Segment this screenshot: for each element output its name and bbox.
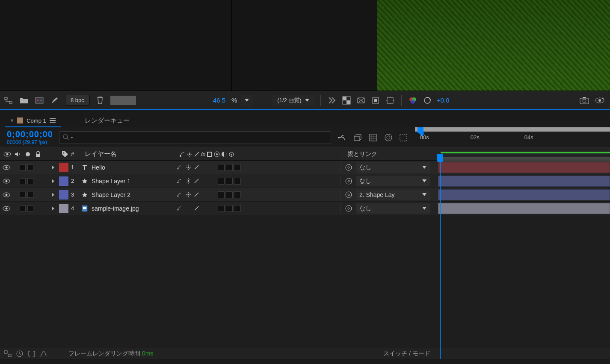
tab-comp-1[interactable]: × Comp 1 — [5, 114, 61, 127]
brackets-icon[interactable] — [27, 349, 36, 358]
layer-timeline-bar[interactable] — [430, 188, 610, 202]
layer-name[interactable]: Shape Layer 1 — [81, 178, 173, 185]
twirl-arrow[interactable] — [47, 179, 59, 183]
eye-column-icon[interactable] — [3, 150, 11, 158]
svg-rect-0 — [5, 97, 7, 100]
pickwhip-icon[interactable] — [345, 191, 352, 199]
region-icon[interactable] — [370, 95, 381, 106]
svg-point-31 — [63, 152, 65, 153]
close-tab-icon[interactable]: × — [10, 117, 14, 124]
pickwhip-icon[interactable] — [345, 164, 352, 171]
fast-preview-icon[interactable] — [327, 95, 337, 106]
solo-box[interactable] — [20, 178, 26, 184]
ruler-tick: 00s — [420, 134, 429, 141]
svg-rect-1 — [9, 101, 12, 103]
lock-box[interactable] — [27, 164, 33, 170]
solo-box[interactable] — [20, 164, 26, 170]
parent-dropdown[interactable]: 2. Shape Lay — [356, 190, 430, 200]
parent-dropdown[interactable]: なし — [356, 203, 430, 214]
svg-point-32 — [180, 155, 181, 157]
mask-icon[interactable] — [356, 95, 366, 106]
comp-mini-flowchart-icon[interactable] — [337, 132, 347, 143]
solo-box[interactable] — [20, 192, 26, 198]
svg-point-58 — [6, 207, 8, 209]
layer-name[interactable]: Hello — [81, 164, 173, 171]
toggle-switches-icon[interactable] — [3, 349, 12, 358]
graph-editor-icon[interactable] — [39, 349, 48, 358]
solo-column-icon[interactable] — [24, 150, 32, 158]
layer-row[interactable]: 4sample-image.jpgなし — [0, 202, 610, 215]
layer-timeline-bar[interactable] — [430, 202, 610, 215]
visibility-toggle[interactable] — [3, 205, 10, 212]
svg-rect-10 — [387, 97, 393, 103]
parent-dropdown[interactable]: なし — [356, 162, 430, 173]
lock-column-icon[interactable] — [34, 150, 42, 158]
current-time-indicator[interactable] — [418, 127, 423, 133]
layer-label-color[interactable] — [59, 204, 68, 213]
lock-box[interactable] — [27, 205, 33, 211]
brush-icon[interactable] — [50, 95, 60, 106]
layer-switches[interactable] — [173, 164, 340, 171]
bit-depth-button[interactable]: 8 bpc — [65, 95, 90, 106]
guides-icon[interactable] — [385, 95, 395, 106]
snapshot-icon[interactable] — [579, 95, 589, 106]
pickwhip-icon[interactable] — [345, 205, 352, 212]
layer-switches[interactable] — [173, 205, 340, 212]
composition-preview[interactable] — [232, 0, 610, 91]
layer-name[interactable]: sample-image.jpg — [81, 205, 173, 212]
pickwhip-icon[interactable] — [345, 177, 352, 185]
transparency-grid-icon[interactable] — [341, 95, 352, 106]
show-snapshot-icon[interactable] — [595, 95, 605, 106]
folder-icon[interactable] — [19, 95, 29, 106]
draft-3d-icon[interactable] — [352, 132, 363, 143]
hide-shy-icon[interactable] — [368, 132, 378, 143]
visibility-toggle[interactable] — [3, 177, 10, 185]
layer-search-input[interactable] — [59, 131, 331, 144]
exposure-value[interactable]: +0.0 — [437, 97, 450, 104]
current-timecode[interactable]: 0;00;00;00 — [7, 129, 53, 139]
reset-exposure-icon[interactable] — [422, 95, 432, 106]
layer-switches[interactable] — [173, 178, 340, 185]
svg-point-47 — [178, 182, 179, 183]
lock-box[interactable] — [27, 192, 33, 198]
zoom-value[interactable]: 46.5 — [213, 97, 225, 104]
render-time-icon[interactable] — [15, 349, 24, 358]
color-swatch[interactable] — [110, 96, 136, 105]
tab-render-queue[interactable]: レンダーキュー — [80, 113, 135, 127]
switch-mode-label[interactable]: スイッチ / モード — [383, 350, 430, 358]
time-ruler[interactable]: 00s 02s 04s — [415, 127, 610, 148]
twirl-arrow[interactable] — [47, 193, 59, 197]
layer-name-column-header[interactable]: レイヤー名 — [84, 150, 176, 158]
layer-timeline-bar[interactable] — [430, 174, 610, 188]
solo-box[interactable] — [20, 205, 26, 211]
layer-timeline-bar[interactable] — [430, 161, 610, 174]
preview-area — [0, 0, 610, 91]
visibility-toggle[interactable] — [3, 164, 10, 171]
parent-link-column-header[interactable]: 親とリンク — [343, 150, 432, 158]
parent-dropdown[interactable]: なし — [356, 176, 430, 186]
color-management-icon[interactable] — [408, 95, 418, 106]
layer-name[interactable]: Shape Layer 2 — [81, 191, 173, 198]
visibility-toggle[interactable] — [3, 191, 10, 199]
new-comp-icon[interactable] — [34, 95, 44, 106]
layer-row[interactable]: 2Shape Layer 1なし — [0, 174, 610, 188]
zoom-dropdown[interactable] — [241, 95, 252, 106]
layer-label-color[interactable] — [59, 163, 68, 172]
lock-box[interactable] — [27, 178, 33, 184]
twirl-arrow[interactable] — [47, 165, 59, 170]
motion-blur-icon[interactable] — [399, 132, 409, 143]
status-bar: フレームレンダリング時間 0ms スイッチ / モード — [0, 348, 610, 359]
trash-icon[interactable] — [95, 95, 105, 106]
frame-blend-icon[interactable] — [383, 132, 394, 143]
layer-label-color[interactable] — [59, 190, 68, 200]
label-column-icon[interactable] — [59, 151, 71, 158]
twirl-arrow[interactable] — [47, 206, 59, 211]
tab-menu-icon[interactable] — [50, 118, 56, 123]
layer-row[interactable]: 3Shape Layer 22. Shape Lay — [0, 188, 610, 202]
layer-label-color[interactable] — [59, 176, 68, 186]
resolution-dropdown[interactable]: (1/2 画質) — [272, 95, 314, 106]
layer-row[interactable]: 1Helloなし — [0, 161, 610, 174]
audio-column-icon[interactable] — [14, 150, 21, 158]
layer-switches[interactable] — [173, 191, 340, 198]
flowchart-icon[interactable] — [3, 95, 14, 106]
